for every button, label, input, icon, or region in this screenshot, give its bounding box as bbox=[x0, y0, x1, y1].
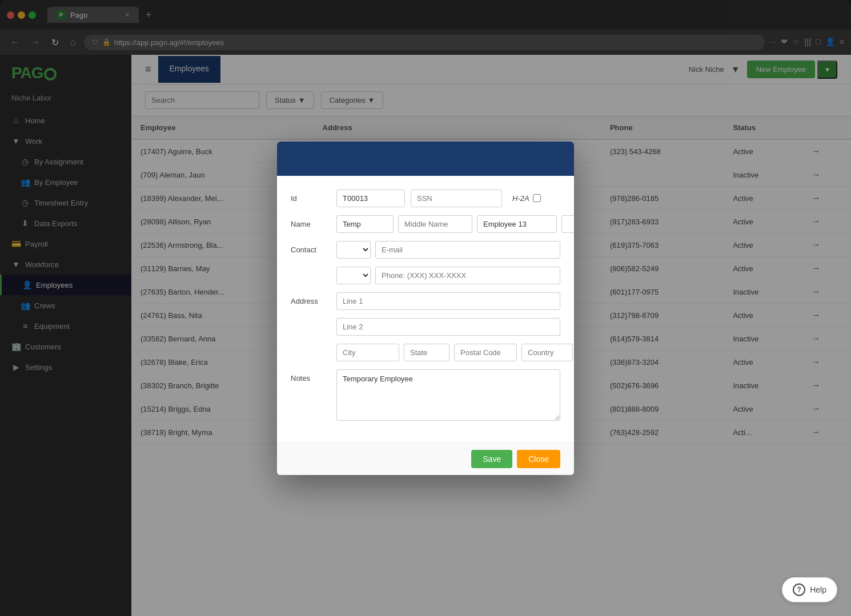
email-input[interactable] bbox=[375, 241, 560, 259]
ssn-input[interactable] bbox=[411, 190, 502, 207]
save-button[interactable]: Save bbox=[471, 450, 512, 468]
address-line2-input[interactable] bbox=[336, 318, 560, 336]
first-name-input[interactable] bbox=[336, 215, 394, 233]
help-circle-icon: ? bbox=[793, 583, 805, 596]
address-city-row bbox=[291, 344, 560, 361]
address-line1-row: Address bbox=[291, 292, 560, 310]
city-input[interactable] bbox=[336, 344, 399, 361]
contact-row-email: Contact bbox=[291, 241, 560, 259]
notes-row: Notes Temporary Employee bbox=[291, 369, 560, 421]
h2a-label: H-2A bbox=[512, 194, 529, 203]
id-row: Id H-2A bbox=[291, 190, 560, 207]
id-label: Id bbox=[291, 194, 331, 203]
contact-fields-phone bbox=[336, 267, 560, 284]
new-employee-modal: Id H-2A Name Jr. Sr. bbox=[277, 142, 574, 475]
last-name-input[interactable] bbox=[477, 215, 557, 233]
suffix-select[interactable]: Jr. Sr. II III bbox=[561, 215, 574, 233]
modal-overlay: Id H-2A Name Jr. Sr. bbox=[0, 0, 851, 616]
name-fields: Jr. Sr. II III bbox=[336, 215, 574, 233]
address-label: Address bbox=[291, 297, 331, 305]
postal-code-input[interactable] bbox=[454, 344, 517, 361]
state-input[interactable] bbox=[404, 344, 449, 361]
modal-body: Id H-2A Name Jr. Sr. bbox=[277, 176, 574, 442]
address-line2-row bbox=[291, 318, 560, 336]
name-row: Name Jr. Sr. II III bbox=[291, 215, 560, 233]
h2a-group: H-2A bbox=[512, 194, 541, 203]
address-line1-input[interactable] bbox=[336, 292, 560, 310]
modal-header bbox=[277, 142, 574, 176]
help-button[interactable]: ? Help bbox=[782, 577, 837, 602]
contact-type-select-email[interactable] bbox=[336, 241, 371, 259]
phone-input[interactable] bbox=[375, 267, 560, 284]
close-button[interactable]: Close bbox=[517, 450, 560, 468]
modal-footer: Save Close bbox=[277, 442, 574, 475]
country-input[interactable] bbox=[521, 344, 573, 361]
contact-type-select-phone[interactable] bbox=[336, 267, 371, 284]
name-label: Name bbox=[291, 220, 331, 228]
middle-name-input[interactable] bbox=[398, 215, 472, 233]
contact-fields-email bbox=[336, 241, 560, 259]
contact-row-phone bbox=[291, 267, 560, 284]
notes-label: Notes bbox=[291, 369, 331, 383]
employee-id-input[interactable] bbox=[336, 190, 405, 207]
city-state-row bbox=[336, 344, 573, 361]
h2a-checkbox[interactable] bbox=[533, 194, 541, 202]
help-label: Help bbox=[810, 585, 826, 594]
contact-label: Contact bbox=[291, 245, 331, 254]
notes-textarea[interactable]: Temporary Employee bbox=[336, 369, 560, 421]
